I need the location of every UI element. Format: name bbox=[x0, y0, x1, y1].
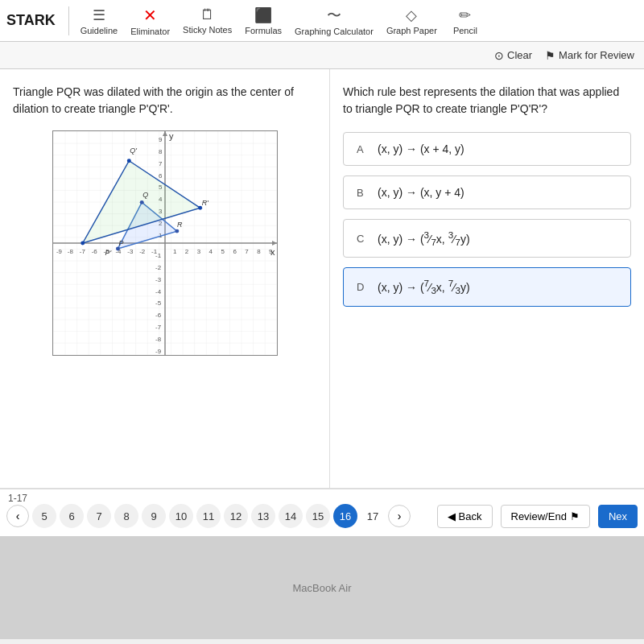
svg-text:6: 6 bbox=[233, 248, 237, 255]
question-text: Triangle PQR was dilated with the origin… bbox=[13, 84, 316, 118]
svg-text:9: 9 bbox=[159, 136, 163, 143]
formulas-icon: ⬛ bbox=[254, 6, 272, 24]
toolbar-graphing-calculator-label: Graphing Calculator bbox=[295, 27, 374, 36]
nav-num-13[interactable]: 13 bbox=[251, 504, 275, 528]
answer-option-c[interactable]: C (x, y) → (3⁄7x, 3⁄7y) bbox=[343, 219, 631, 258]
toolbar-guideline-label: Guideline bbox=[80, 26, 118, 35]
svg-text:9: 9 bbox=[269, 248, 273, 255]
nav-right: ◀ Back Review/End ⚑ Nex bbox=[434, 505, 638, 528]
svg-text:-5: -5 bbox=[155, 299, 162, 307]
svg-text:1: 1 bbox=[172, 248, 176, 255]
svg-point-56 bbox=[198, 206, 202, 210]
prev-arrow[interactable]: ‹ bbox=[6, 505, 29, 527]
svg-text:-3: -3 bbox=[127, 248, 134, 255]
graphing-calculator-icon: 〜 bbox=[327, 6, 341, 25]
svg-text:2: 2 bbox=[184, 248, 188, 255]
nav-num-12[interactable]: 12 bbox=[224, 504, 248, 528]
svg-text:7: 7 bbox=[245, 248, 249, 255]
next-arrow[interactable]: › bbox=[388, 505, 411, 527]
svg-text:R': R' bbox=[201, 199, 208, 207]
right-panel: Which rule best represents the dilation … bbox=[330, 69, 644, 488]
toolbar-eliminator-label: Eliminator bbox=[130, 27, 170, 36]
answer-option-a[interactable]: A (x, y) → (x + 4, y) bbox=[343, 132, 631, 166]
review-label: Review/End bbox=[511, 510, 567, 522]
answer-option-d[interactable]: D (x, y) → (7⁄3x, 7⁄3y) bbox=[343, 267, 631, 306]
nav-num-17[interactable]: 17 bbox=[361, 504, 385, 528]
svg-text:P': P' bbox=[105, 249, 111, 257]
mark-for-review-label: Mark for Review bbox=[559, 49, 634, 61]
svg-text:-9: -9 bbox=[56, 248, 62, 255]
nav-items: ‹ 5 6 7 8 9 10 11 12 13 14 15 16 17 › bbox=[6, 504, 411, 528]
nav-num-6[interactable]: 6 bbox=[60, 504, 84, 528]
toolbar-pencil[interactable]: ✏ Pencil bbox=[445, 5, 485, 37]
bottom-bar: 1-17 ‹ 5 6 7 8 9 10 11 12 13 14 15 16 17… bbox=[0, 488, 644, 536]
nav-num-5[interactable]: 5 bbox=[32, 504, 56, 528]
toolbar-graphing-calculator[interactable]: 〜 Graphing Calculator bbox=[290, 4, 378, 38]
sticky-notes-icon: 🗒 bbox=[200, 6, 215, 23]
svg-text:6: 6 bbox=[159, 172, 163, 180]
svg-point-52 bbox=[139, 200, 143, 204]
question-range: 1-17 bbox=[8, 493, 27, 504]
question-prompt: Which rule best represents the dilation … bbox=[343, 84, 631, 118]
option-b-text: (x, y) → (x, y + 4) bbox=[378, 186, 464, 199]
svg-text:y: y bbox=[168, 131, 173, 141]
mark-for-review-button[interactable]: ⚑ Mark for Review bbox=[545, 49, 634, 62]
guideline-icon: ☰ bbox=[93, 6, 105, 24]
option-c-text: (x, y) → (3⁄7x, 3⁄7y) bbox=[378, 229, 470, 247]
svg-text:-7: -7 bbox=[155, 324, 162, 331]
nav-num-11[interactable]: 11 bbox=[196, 504, 221, 528]
svg-point-53 bbox=[175, 229, 179, 233]
keyboard-label: MacBook Air bbox=[293, 582, 352, 594]
svg-text:R: R bbox=[176, 221, 182, 229]
svg-point-55 bbox=[126, 159, 130, 163]
toolbar-formulas-label: Formulas bbox=[245, 26, 282, 35]
eliminator-icon: ✕ bbox=[143, 6, 157, 25]
back-button[interactable]: ◀ Back bbox=[437, 505, 493, 528]
svg-text:-6: -6 bbox=[91, 248, 97, 255]
option-b-letter: B bbox=[357, 187, 369, 199]
graph-svg: x y -1 -2 -3 -4 -5 -6 -7 -8 -9 1 2 3 4 5… bbox=[53, 131, 277, 355]
second-bar: ⊙ Clear ⚑ Mark for Review bbox=[0, 42, 644, 69]
clear-button[interactable]: ⊙ Clear bbox=[494, 49, 532, 62]
svg-point-54 bbox=[80, 242, 85, 246]
flag-icon: ⚑ bbox=[545, 49, 555, 62]
nav-num-10[interactable]: 10 bbox=[169, 504, 193, 528]
next-label: Nex bbox=[609, 510, 627, 522]
svg-text:7: 7 bbox=[159, 160, 163, 167]
toolbar-graph-paper[interactable]: ◇ Graph Paper bbox=[382, 5, 442, 37]
nav-num-8[interactable]: 8 bbox=[114, 504, 138, 528]
svg-text:P: P bbox=[118, 239, 123, 247]
nav-num-14[interactable]: 14 bbox=[279, 504, 303, 528]
main-content: Triangle PQR was dilated with the origin… bbox=[0, 69, 644, 488]
toolbar-sticky-notes-label: Sticky Notes bbox=[183, 25, 232, 35]
svg-point-51 bbox=[115, 246, 119, 250]
svg-text:-9: -9 bbox=[155, 348, 162, 355]
svg-text:Q: Q bbox=[142, 191, 148, 199]
svg-text:5: 5 bbox=[221, 248, 225, 255]
svg-text:-1: -1 bbox=[155, 252, 162, 259]
graph-paper-icon: ◇ bbox=[406, 6, 417, 24]
nav-num-7[interactable]: 7 bbox=[87, 504, 111, 528]
option-d-text: (x, y) → (7⁄3x, 7⁄3y) bbox=[378, 278, 470, 295]
toolbar-formulas[interactable]: ⬛ Formulas bbox=[240, 5, 287, 37]
left-panel: Triangle PQR was dilated with the origin… bbox=[0, 69, 330, 488]
back-label: Back bbox=[459, 510, 482, 522]
option-d-letter: D bbox=[357, 281, 369, 293]
toolbar-sticky-notes[interactable]: 🗒 Sticky Notes bbox=[178, 5, 237, 36]
nav-num-16[interactable]: 16 bbox=[333, 504, 357, 528]
svg-text:8: 8 bbox=[257, 248, 261, 255]
answer-option-b[interactable]: B (x, y) → (x, y + 4) bbox=[343, 175, 631, 209]
svg-text:-7: -7 bbox=[79, 248, 85, 255]
svg-text:-3: -3 bbox=[155, 276, 162, 283]
keyboard-area: MacBook Air bbox=[0, 536, 644, 639]
svg-text:8: 8 bbox=[159, 148, 163, 155]
toolbar-guideline[interactable]: ☰ Guideline bbox=[76, 5, 122, 37]
toolbar-eliminator[interactable]: ✕ Eliminator bbox=[126, 4, 175, 38]
svg-text:3: 3 bbox=[196, 248, 200, 255]
nav-num-9[interactable]: 9 bbox=[142, 504, 166, 528]
review-end-button[interactable]: Review/End ⚑ bbox=[501, 505, 590, 528]
nav-num-15[interactable]: 15 bbox=[306, 504, 330, 528]
flag-nav-icon: ⚑ bbox=[570, 510, 580, 522]
next-button[interactable]: Nex bbox=[598, 505, 638, 528]
svg-text:-2: -2 bbox=[139, 248, 146, 255]
